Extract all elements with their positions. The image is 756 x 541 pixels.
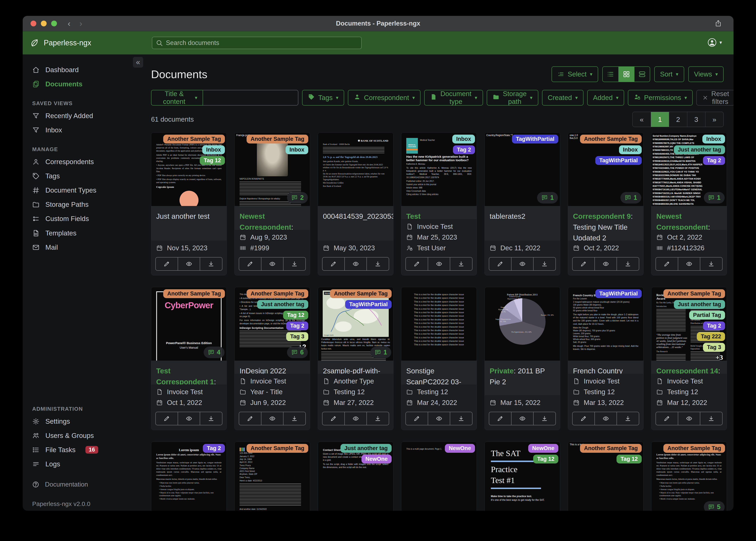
zoom-window-button[interactable] (51, 21, 57, 26)
view-button[interactable] (345, 412, 367, 425)
document-title[interactable]: Correspondent 9: Testing New Title Updat… (568, 206, 643, 241)
search-input[interactable] (152, 37, 362, 49)
document-card[interactable]: Contact Sheet DemoGiven a set of image f… (318, 442, 393, 511)
tags-filter-button[interactable]: Tags▾ (302, 90, 344, 106)
correspondent-filter-button[interactable]: Correspondent▾ (348, 90, 421, 106)
document-card[interactable]: CyberPowerPowerPanel® Business EditionUs… (151, 287, 227, 430)
sort-button[interactable]: Sort▾ (654, 66, 684, 82)
download-button[interactable] (283, 412, 306, 425)
tag-pill[interactable]: NewOne (528, 444, 558, 453)
tag-pill[interactable]: Inbox (702, 135, 725, 144)
document-card[interactable]: Lorem ipsumLorem ipsum dolor sit amet, c… (151, 442, 227, 511)
edit-button[interactable] (489, 257, 511, 271)
tag-pill[interactable]: Another Sample Tag (663, 289, 725, 298)
close-window-button[interactable] (31, 21, 36, 26)
tag-pill[interactable]: Just another tag (257, 300, 308, 309)
view-button[interactable] (511, 412, 534, 425)
download-button[interactable] (450, 257, 473, 271)
sidebar-item-document-types[interactable]: Document Types (32, 183, 142, 198)
page-button-1[interactable]: 1 (651, 112, 669, 127)
document-title[interactable]: Just another test (151, 206, 227, 241)
edit-button[interactable] (572, 412, 595, 425)
sidebar-item-settings[interactable]: Settings (32, 414, 142, 428)
edit-button[interactable] (572, 257, 595, 271)
view-button[interactable] (261, 412, 284, 425)
tag-pill[interactable]: Tag 3 (286, 332, 308, 341)
document-card[interactable]: one,1.0 five,5.0Another Sample TagInboxT… (568, 132, 644, 275)
edit-button[interactable] (489, 412, 511, 425)
edit-button[interactable] (239, 257, 261, 271)
share-icon[interactable] (715, 20, 722, 27)
document-card[interactable]: The SATPracticeTest #1Make time to take … (484, 442, 560, 511)
document-card[interactable]: This is a multi page document. Page 1.Ne… (401, 442, 477, 511)
document-card[interactable]: Country,Region/State,"TTagWithPartial1ta… (484, 132, 560, 275)
download-button[interactable] (617, 257, 639, 271)
correspondent-link[interactable]: Newest Correspondent (240, 212, 291, 230)
tag-pill[interactable]: Tag 2 (703, 321, 725, 330)
view-button[interactable] (595, 257, 617, 271)
sidebar-item-documents[interactable]: Documents (32, 77, 142, 91)
document-card[interactable]: This document contains in• A summary of … (234, 287, 310, 430)
tag-pill[interactable]: Tag 222 (697, 332, 725, 341)
page-button-»[interactable]: » (705, 112, 723, 127)
tag-pill[interactable]: Tag 2 (703, 156, 725, 165)
download-button[interactable] (367, 412, 389, 425)
edit-button[interactable] (322, 257, 345, 271)
view-button[interactable] (428, 412, 450, 425)
document-title[interactable]: Newest Correspondent: H7_Napoleon_Bonapa… (235, 206, 310, 230)
edit-button[interactable] (322, 412, 345, 425)
document-title[interactable]: 2sample-pdf-with-images (318, 360, 393, 374)
document-card[interactable]: This is a test for the double space char… (401, 287, 477, 430)
sidebar-item-correspondents[interactable]: Correspondents (32, 155, 142, 169)
correspondent-link[interactable]: Test Correspondent 1 (406, 212, 464, 219)
tag-pill[interactable]: Tag 12 (533, 455, 558, 463)
document-title[interactable]: Test Correspondent 1: UM_PPBE_en_v29 (151, 360, 227, 384)
document-title[interactable]: Sonstige ScanPC2022 03-24_081058 (401, 360, 477, 384)
download-button[interactable] (700, 412, 723, 425)
sidebar-item-custom-fields[interactable]: Custom Fields (32, 212, 142, 226)
tag-pill[interactable]: Tag 12 (617, 455, 642, 463)
tag-pill[interactable]: Another Sample Tag (163, 289, 225, 298)
document-type-filter-button[interactable]: Document type▾ (424, 90, 483, 106)
sidebar-item-documentation[interactable]: Documentation (32, 477, 142, 492)
download-button[interactable] (200, 412, 222, 425)
sidebar-item-templates[interactable]: Templates (32, 226, 142, 240)
sidebar-collapse-button[interactable]: « (133, 57, 143, 68)
sidebar-item-users-groups[interactable]: Users & Groups (32, 428, 142, 443)
document-title[interactable]: InDesign 2022 Scripting Read Me (235, 360, 310, 374)
tag-pill[interactable]: Tag 2 (203, 444, 225, 453)
view-button[interactable] (345, 257, 367, 271)
correspondent-link[interactable]: Correspondent 9 (573, 212, 631, 220)
tag-pill[interactable]: TagWithPartial (595, 289, 642, 298)
tag-pill[interactable]: Another Sample Tag (247, 135, 308, 144)
tag-pill[interactable]: Just another tag (674, 145, 725, 154)
download-button[interactable] (283, 257, 306, 271)
view-button[interactable] (595, 412, 617, 425)
tag-pill[interactable]: Tag 2 (286, 321, 308, 330)
document-card[interactable]: Serial Number,Company Name,Employe 97881… (651, 132, 727, 275)
created-filter-button[interactable]: Created▾ (542, 90, 584, 106)
download-button[interactable] (700, 257, 723, 271)
view-list-button[interactable] (603, 67, 618, 82)
correspondent-link[interactable]: Private (490, 367, 514, 375)
tag-pill[interactable]: NewOne (361, 455, 392, 463)
permissions-filter-button[interactable]: Permissions▾ (628, 90, 693, 106)
tag-pill[interactable]: Just another tag (340, 444, 392, 453)
sidebar-item-inbox[interactable]: Inbox (32, 123, 142, 137)
tag-pill[interactable]: Another Sample Tag (580, 444, 642, 453)
document-card[interactable]: This is a testAnother Sample TagTag 12 (568, 442, 644, 511)
view-button[interactable] (678, 412, 700, 425)
tag-pill[interactable]: Inbox (452, 135, 475, 144)
edit-button[interactable] (405, 412, 428, 425)
document-title[interactable]: French Country Bread Revised.docx (568, 360, 643, 374)
view-button[interactable] (261, 257, 284, 271)
document-title[interactable]: tablerates2 (485, 206, 560, 241)
back-icon[interactable]: ‹ (68, 19, 70, 28)
correspondent-link[interactable]: Test Correspondent 1 (156, 367, 214, 384)
document-title[interactable]: Private: 2011 BP Pie 2 (485, 360, 560, 395)
sidebar-item-tags[interactable]: Tags (32, 169, 142, 183)
title-content-dropdown[interactable]: Title & content▾ (151, 90, 203, 106)
document-title[interactable]: Correspondent 14: Review-of-New-York-Fed… (651, 360, 727, 374)
app-brand[interactable]: Paperless-ngx (30, 38, 91, 48)
select-button[interactable]: Select▾ (552, 66, 598, 82)
